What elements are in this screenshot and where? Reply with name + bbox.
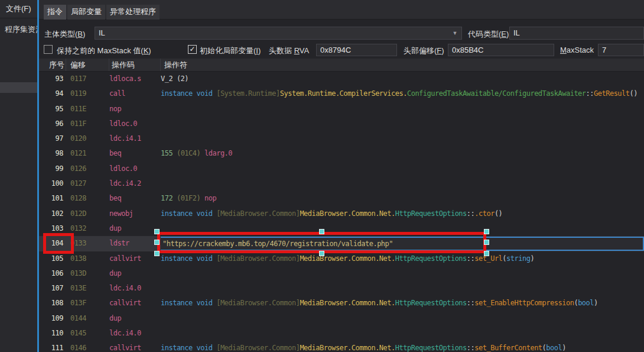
keep-maxstack-checkbox[interactable] [44,45,53,54]
instruction-row-94[interactable]: 940119callinstance void [System.Runtime]… [39,86,644,101]
body-type-combobox[interactable]: IL ▼ [95,27,462,40]
seq-cell: 96 [39,117,66,131]
operand-segment: V_2 (2) [161,75,188,83]
seq-cell: 95 [39,102,66,117]
offset-cell: 0133 [66,236,109,251]
opcode-cell: newobj [109,206,161,221]
instruction-row-110[interactable]: 1100145ldc.i4.0 [39,326,644,341]
operand-segment: instance void [161,209,216,218]
opcode-cell: ldc.i4.1 [109,131,161,146]
operand-segment: set_EnableHttpCompression [474,299,574,307]
offset-cell: 012D [66,206,109,221]
column-header-operand[interactable]: 操作符 [161,59,644,71]
instruction-row-107[interactable]: 107013Eldc.i4.0 [39,281,644,296]
offset-cell: 013D [66,266,109,281]
instruction-row-100[interactable]: 1000127ldc.i4.2 [39,176,644,191]
instruction-row-95[interactable]: 95011Enop [39,102,644,117]
operand-cell [161,131,644,146]
operand-cell [161,281,644,296]
operand-segment: () [495,209,502,218]
tab-locals[interactable]: 局部变量 [67,5,105,20]
header-rva-input[interactable]: 0x8794C [316,44,397,56]
instruction-row-96[interactable]: 96011Fldloc.0 [39,117,644,131]
seq-cell: 105 [39,251,66,266]
string-operand-editbox[interactable]: "https://crackemby.mb6.top/4670/registra… [161,237,644,251]
opcode-cell: callvirt [109,341,161,352]
operand-cell: instance void [MediaBrowser.Common]Media… [161,296,644,311]
operand-segment: instance void [161,344,216,352]
maxstack-input[interactable]: 7 [598,44,644,56]
tab-instructions[interactable]: 指令 [44,5,66,20]
body-type-value: IL [99,28,105,37]
column-header-offset[interactable]: 偏移 [66,59,109,71]
sidebar-panel-title[interactable]: 程序集资源 [5,24,37,35]
operand-segment: System.Runtime.CompilerServices. [280,89,407,98]
offset-cell: 013E [66,281,109,296]
menu-file[interactable]: 文件(F) [6,4,31,14]
operand-segment: instance void [161,299,216,307]
header-offset-label: 头部偏移(F) [404,46,444,56]
operand-segment: MediaBrowser.Common.Net. [300,254,395,263]
method-header-form: 主体类型(B) IL ▼ 代码类型(E) IL 保持之前的 MaxStack 值… [39,20,644,59]
code-type-input[interactable]: IL [509,27,644,40]
tab-exception-handlers[interactable]: 异常处理程序 [106,5,160,20]
instruction-row-111[interactable]: 1110146callvirtinstance void [MediaBrows… [39,341,644,352]
operand-segment: HttpRequestOptions [395,209,467,218]
instruction-row-93[interactable]: 930117ldloca.sV_2 (2) [39,72,644,86]
instruction-row-104[interactable]: 1040133ldstr"https://crackemby.mb6.top/4… [39,236,644,251]
instruction-row-99[interactable]: 990126ldloc.0 [39,162,644,176]
instruction-row-98[interactable]: 980121beq155 (01C4) ldarg.0 [39,146,644,161]
opcode-cell: ldc.i4.2 [109,176,161,191]
instruction-row-101[interactable]: 1010128beq172 (01F2) nop [39,191,644,206]
operand-segment: instance void [161,254,216,263]
sidebar-selected-item[interactable] [0,82,37,93]
offset-cell: 0117 [66,72,109,86]
seq-cell: 103 [39,221,66,236]
seq-cell: 106 [39,266,66,281]
instruction-row-108[interactable]: 108013Fcallvirtinstance void [MediaBrows… [39,296,644,311]
operand-segment: ) [530,254,534,263]
chevron-down-icon[interactable]: ▼ [451,29,459,37]
opcode-cell: dup [109,266,161,281]
operand-cell: 155 (01C4) ldarg.0 [161,146,644,161]
instruction-row-106[interactable]: 106013Ddup [39,266,644,281]
operand-cell: V_2 (2) [161,72,644,86]
operand-cell [161,311,644,326]
instruction-row-97[interactable]: 970120ldc.i4.1 [39,131,644,146]
operand-segment: HttpRequestOptions [395,254,467,263]
operand-cell [161,162,644,176]
instruction-row-103[interactable]: 1030132dup [39,221,644,236]
operand-segment: set_BufferContent [474,344,542,352]
column-header-seq[interactable]: 序号 [39,59,66,71]
header-offset-input[interactable]: 0x85B4C [448,44,554,56]
operand-segment: 172 [161,194,177,202]
operand-cell: instance void [MediaBrowser.Common]Media… [161,206,644,221]
opcode-cell: ldloca.s [109,72,161,86]
operand-segment: () [630,89,638,98]
operand-segment: HttpRequestOptions [395,344,467,352]
tab-strip: 指令局部变量异常处理程序 [39,0,644,20]
opcode-cell: ldc.i4.0 [109,281,161,296]
operand-segment: bool [578,299,594,307]
operand-segment: [MediaBrowser.Common] [216,209,300,218]
offset-cell: 0128 [66,191,109,206]
instruction-row-102[interactable]: 102012Dnewobjinstance void [MediaBrowser… [39,206,644,221]
offset-cell: 0126 [66,162,109,176]
instruction-row-105[interactable]: 1050138callvirtinstance void [MediaBrows… [39,251,644,266]
instruction-row-109[interactable]: 1090144dup [39,311,644,326]
offset-cell: 0127 [66,176,109,191]
opcode-cell: ldloc.0 [109,117,161,131]
init-locals-checkbox[interactable]: ✓ [188,45,197,54]
column-header-opcode[interactable]: 操作码 [109,59,161,71]
offset-cell: 0119 [66,86,109,101]
opcode-cell: call [109,86,161,101]
operand-segment: :: [467,344,474,352]
operand-segment: nop [204,194,216,202]
opcode-cell: callvirt [109,251,161,266]
operand-segment: ) [562,344,566,352]
operand-segment: bool [546,344,562,352]
seq-cell: 97 [39,131,66,146]
opcode-cell: beq [109,146,161,161]
operand-segment: ldarg.0 [204,149,232,157]
operand-segment: MediaBrowser.Common.Net. [300,209,395,218]
